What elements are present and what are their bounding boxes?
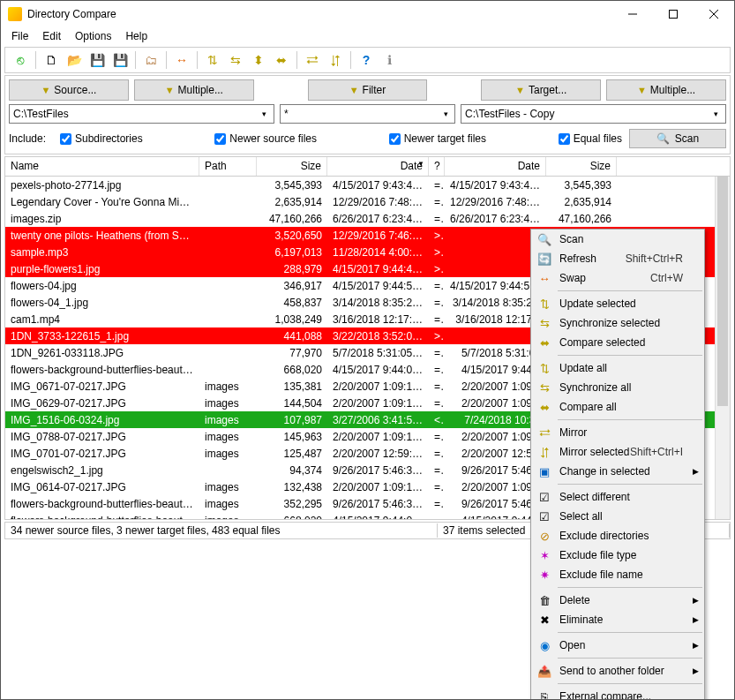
- cm-change-selected[interactable]: ▣Change in selected▶: [531, 462, 704, 481]
- chevron-down-icon[interactable]: ▾: [439, 106, 453, 122]
- swap-icon: ↔: [535, 272, 554, 285]
- close-button[interactable]: [694, 1, 734, 27]
- cm-mirror-selected[interactable]: ⮃Mirror selectedShift+Ctrl+I: [531, 442, 704, 462]
- sync-all-icon[interactable]: ⬌: [272, 50, 291, 70]
- select-all-icon: ☑: [535, 510, 554, 523]
- cm-refresh[interactable]: 🔄RefreshShift+Ctrl+R: [531, 249, 704, 268]
- cm-mirror[interactable]: ⮂Mirror: [531, 423, 704, 442]
- chevron-right-icon: ▶: [693, 596, 699, 605]
- compare-icon: ⬌: [535, 336, 554, 350]
- scrollbar-thumb[interactable]: [717, 177, 728, 406]
- sync-icon[interactable]: ⇆: [226, 50, 245, 70]
- mirror-sel-icon: ⮃: [535, 446, 554, 459]
- target-button[interactable]: ▼Target...: [481, 79, 601, 101]
- context-menu: 🔍Scan 🔄RefreshShift+Ctrl+R ↔SwapCtrl+W ⇅…: [530, 229, 705, 700]
- col-size[interactable]: Size: [257, 157, 327, 176]
- new-icon[interactable]: 🗋: [41, 50, 61, 70]
- funnel-icon: ▼: [41, 85, 50, 95]
- col-compare[interactable]: ?: [429, 157, 445, 176]
- cm-select-all[interactable]: ☑Select all: [531, 507, 704, 526]
- chevron-down-icon[interactable]: ▾: [258, 106, 272, 122]
- cm-sync-all[interactable]: ⇆Synchronize all: [531, 378, 704, 397]
- col-date2[interactable]: Date: [445, 157, 546, 176]
- col-date[interactable]: Date▼: [327, 157, 429, 176]
- sync-icon: ⇆: [535, 317, 554, 330]
- cm-select-different[interactable]: ☑Select different: [531, 487, 704, 507]
- eliminate-icon: ✖: [535, 613, 554, 627]
- swap-icon[interactable]: ↔: [172, 50, 191, 70]
- change-icon: ▣: [535, 465, 554, 478]
- cm-update-selected[interactable]: ⇅Update selected: [531, 294, 704, 313]
- col-path[interactable]: Path: [199, 157, 257, 176]
- target-path-input[interactable]: C:\TestFiles - Copy▾: [461, 104, 726, 124]
- mirror-sel-icon[interactable]: ⮃: [326, 50, 345, 70]
- equal-files-checkbox[interactable]: Equal files: [559, 132, 622, 145]
- funnel-icon: ▼: [349, 85, 359, 95]
- exclude-name-icon: ✷: [535, 568, 554, 582]
- cm-exclude-type[interactable]: ✶Exclude file type: [531, 546, 704, 565]
- app-icon: [8, 7, 22, 21]
- refresh-icon: 🔄: [535, 252, 554, 266]
- table-row[interactable]: Legendary Cover - You're Gonna Miss Me .…: [5, 193, 730, 210]
- newer-target-checkbox[interactable]: Newer target files: [389, 132, 486, 145]
- col-size2[interactable]: Size: [546, 157, 617, 176]
- menu-options[interactable]: Options: [68, 28, 118, 44]
- multiple-source-button[interactable]: ▼Multiple...: [134, 79, 254, 101]
- status-summary: 34 newer source files, 3 newer target fi…: [5, 523, 438, 538]
- open-icon[interactable]: 📂: [64, 50, 84, 70]
- cm-eliminate[interactable]: ✖Eliminate▶: [531, 610, 704, 629]
- minimize-button[interactable]: [612, 1, 653, 27]
- trash-icon: 🗑: [535, 594, 554, 607]
- mirror-icon[interactable]: ⮂: [303, 50, 322, 70]
- cm-compare-all[interactable]: ⬌Compare all: [531, 397, 704, 417]
- table-row[interactable]: pexels-photo-27714.jpg3,545,3934/15/2017…: [5, 177, 730, 193]
- source-path-input[interactable]: C:\TestFiles▾: [9, 104, 274, 124]
- multiple-target-button[interactable]: ▼Multiple...: [606, 79, 726, 101]
- save-icon[interactable]: 💾: [87, 50, 107, 70]
- col-name[interactable]: Name: [5, 157, 199, 176]
- properties-icon[interactable]: 🗂: [141, 50, 161, 70]
- cm-compare-selected[interactable]: ⬌Compare selected: [531, 333, 704, 352]
- menu-file[interactable]: File: [4, 28, 35, 44]
- cm-send-to[interactable]: 📤Send to another folder▶: [531, 661, 704, 681]
- menu-edit[interactable]: Edit: [35, 28, 68, 44]
- subdirs-checkbox[interactable]: Subdirectories: [60, 132, 143, 145]
- sort-desc-icon: ▼: [417, 160, 424, 168]
- compare-all-icon: ⬌: [535, 401, 554, 414]
- cm-exclude-dirs[interactable]: ⊘Exclude directories: [531, 526, 704, 546]
- update-all-icon[interactable]: ⬍: [249, 50, 268, 70]
- magnifier-icon: 🔍: [656, 132, 670, 145]
- svg-rect-1: [670, 11, 678, 19]
- cm-update-all[interactable]: ⇅Update all: [531, 358, 704, 378]
- cm-delete[interactable]: 🗑Delete▶: [531, 591, 704, 610]
- menu-help[interactable]: Help: [118, 28, 154, 44]
- cm-scan[interactable]: 🔍Scan: [531, 230, 704, 249]
- info-icon[interactable]: ℹ: [379, 50, 399, 70]
- maximize-button[interactable]: [653, 1, 694, 27]
- filter-button[interactable]: ▼Filter: [308, 79, 428, 101]
- source-button[interactable]: ▼Source...: [9, 79, 129, 101]
- table-row[interactable]: images.zip47,160,2666/26/2017 6:23:45 ..…: [5, 210, 730, 227]
- window-title: Directory Compare: [27, 8, 612, 20]
- magnifier-icon: 🔍: [535, 233, 554, 246]
- save-as-icon[interactable]: 💾: [110, 50, 130, 70]
- cm-exclude-name[interactable]: ✷Exclude file name: [531, 565, 704, 584]
- chevron-down-icon[interactable]: ▾: [709, 106, 724, 122]
- scan-button[interactable]: 🔍Scan: [629, 129, 726, 148]
- vertical-scrollbar[interactable]: [715, 177, 730, 519]
- funnel-icon: ▼: [165, 85, 175, 95]
- newer-source-checkbox[interactable]: Newer source files: [214, 132, 317, 145]
- filter-input[interactable]: *▾: [280, 104, 455, 124]
- include-label: Include:: [9, 132, 53, 145]
- funnel-icon: ▼: [637, 85, 647, 95]
- cm-external-compare[interactable]: ⎘External compare...: [531, 687, 704, 700]
- toolbar-compare-icon[interactable]: ⎋: [11, 50, 30, 70]
- update-icon: ⇅: [535, 297, 554, 311]
- cm-open[interactable]: ◉Open▶: [531, 636, 704, 655]
- help-icon[interactable]: ?: [356, 50, 376, 70]
- exclude-type-icon: ✶: [535, 549, 554, 562]
- cm-sync-selected[interactable]: ⇆Synchronize selected: [531, 313, 704, 333]
- chevron-right-icon: ▶: [693, 467, 699, 476]
- update-icon[interactable]: ⇅: [203, 50, 222, 70]
- cm-swap[interactable]: ↔SwapCtrl+W: [531, 268, 704, 288]
